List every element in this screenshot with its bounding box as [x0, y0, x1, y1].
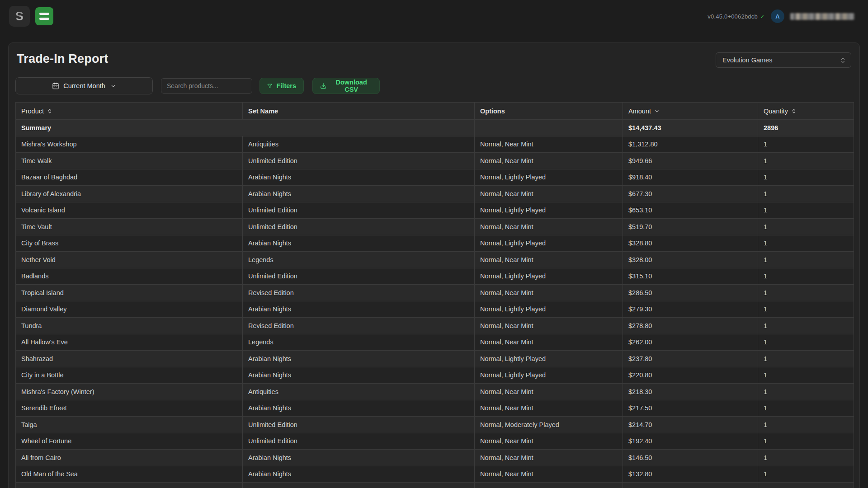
cell-quantity: 1 [758, 417, 854, 433]
topbar: S v0.45.0+0062bdcb✓ A [0, 0, 868, 33]
download-csv-button[interactable]: Download CSV [312, 78, 380, 94]
table-row[interactable]: Volcanic Island Unlimited Edition Normal… [16, 202, 854, 219]
filters-label: Filters [276, 82, 296, 89]
cell-quantity: 1 [758, 400, 854, 417]
cell-options: Normal, Moderately Played [475, 417, 623, 433]
table-row[interactable]: Taiga Unlimited Edition Normal, Moderate… [16, 417, 854, 433]
cell-product: City in a Bottle [16, 367, 243, 384]
main-panel: Trade-In Report Evolution Games Current … [8, 42, 860, 488]
avatar[interactable]: A [771, 9, 784, 23]
table-row[interactable]: Mishra's Workshop Antiquities Normal, Ne… [16, 136, 854, 153]
table-row[interactable]: Badlands Unlimited Edition Normal, Light… [16, 268, 854, 285]
app-logo-s[interactable]: S [9, 6, 30, 27]
cell-set-name: Arabian Nights [243, 186, 475, 202]
cell-set-name: Arabian Nights [243, 450, 475, 466]
cell-amount: $328.00 [623, 252, 758, 268]
check-icon: ✓ [760, 13, 765, 20]
table-row[interactable]: All Hallow's Eve Legends Normal, Near Mi… [16, 334, 854, 351]
cell-options: Normal, Near Mint [475, 153, 623, 169]
cell-quantity: 1 [758, 235, 854, 252]
chevrons-up-down-icon [840, 57, 846, 64]
filter-icon [267, 83, 272, 89]
column-label: Quantity [764, 108, 788, 115]
table-row[interactable]: Tundra Revised Edition Normal, Near Mint… [16, 318, 854, 334]
cell-set-name: Unlimited Edition [243, 433, 475, 450]
cell-amount: $653.10 [623, 202, 758, 219]
search-input[interactable] [161, 78, 252, 94]
cell-product: Old Man of the Sea [16, 466, 243, 483]
cell-product: Badlands [16, 268, 243, 285]
cell-quantity: 1 [758, 219, 854, 235]
cell-product: Taiga [16, 417, 243, 433]
table-row[interactable]: City in a Bottle Arabian Nights Normal, … [16, 367, 854, 384]
cell-quantity: 1 [758, 483, 854, 488]
table-row[interactable]: Time Vault Unlimited Edition Normal, Nea… [16, 219, 854, 235]
cell-quantity: 1 [758, 301, 854, 318]
cell-amount: $237.80 [623, 351, 758, 367]
cell-product: Ali from Cairo [16, 450, 243, 466]
date-range-button[interactable]: Current Month [15, 77, 153, 94]
column-header-amount[interactable]: Amount [623, 103, 758, 120]
app-logo-letter: S [15, 9, 24, 23]
cell-options: Foil, Near Mint [475, 483, 623, 488]
table-row[interactable]: Library of Alexandria Arabian Nights Nor… [16, 186, 854, 202]
cell-options: Normal, Near Mint [475, 400, 623, 417]
table-row[interactable]: Diamond Valley Arabian Nights Normal, Li… [16, 301, 854, 318]
column-header-product[interactable]: Product [16, 103, 243, 120]
table-row[interactable]: Bazaar of Baghdad Arabian Nights Normal,… [16, 169, 854, 186]
cell-options: Normal, Lightly Played [475, 301, 623, 318]
cell-set-name: Antiquities [243, 136, 475, 153]
cell-amount: $315.10 [623, 268, 758, 285]
summary-options [475, 120, 623, 136]
menu-logo[interactable] [35, 7, 53, 25]
cell-quantity: 1 [758, 367, 854, 384]
cell-options: Normal, Near Mint [475, 136, 623, 153]
cell-amount: $132.80 [623, 466, 758, 483]
cell-quantity: 1 [758, 252, 854, 268]
cell-product: All Hallow's Eve [16, 334, 243, 351]
user-name-redacted [790, 13, 854, 20]
cell-quantity: 1 [758, 384, 854, 400]
cell-options: Normal, Near Mint [475, 252, 623, 268]
table-row[interactable]: City of Brass Arabian Nights Normal, Lig… [16, 235, 854, 252]
table-row[interactable]: Serendib Efreet Arabian Nights Normal, N… [16, 400, 854, 417]
column-header-quantity[interactable]: Quantity [758, 103, 854, 120]
column-label: Set Name [248, 108, 278, 115]
cell-quantity: 1 [758, 202, 854, 219]
table-row[interactable]: Ali from Cairo Arabian Nights Normal, Ne… [16, 450, 854, 466]
table-row[interactable]: Old Man of the Sea Arabian Nights Normal… [16, 466, 854, 483]
table-row[interactable]: Tropical Island Revised Edition Normal, … [16, 285, 854, 301]
table-row[interactable]: Time Walk Unlimited Edition Normal, Near… [16, 153, 854, 169]
table-row[interactable]: Tom Bombadil (0745) The Lord of the Ring… [16, 483, 854, 488]
cell-amount: $218.30 [623, 384, 758, 400]
cell-product: Mishra's Factory (Winter) [16, 384, 243, 400]
table-row[interactable]: Wheel of Fortune Unlimited Edition Norma… [16, 433, 854, 450]
cell-options: Normal, Near Mint [475, 384, 623, 400]
chevron-down-icon [110, 83, 116, 89]
summary-amount: $14,437.43 [623, 120, 758, 136]
cell-options: Normal, Lightly Played [475, 235, 623, 252]
column-header-set-name: Set Name [243, 103, 475, 120]
cell-amount: $519.70 [623, 219, 758, 235]
cell-quantity: 1 [758, 285, 854, 301]
table-row[interactable]: Nether Void Legends Normal, Near Mint $3… [16, 252, 854, 268]
cell-set-name: Arabian Nights [243, 301, 475, 318]
version-text: v0.45.0+0062bdcb✓ [708, 13, 765, 20]
menu-bar-icon [39, 18, 49, 20]
cell-quantity: 1 [758, 351, 854, 367]
cell-amount: $217.50 [623, 400, 758, 417]
cell-amount: $220.80 [623, 367, 758, 384]
cell-set-name: The Lord of the Rings: Tales of Middle-e… [243, 483, 475, 488]
download-csv-label: Download CSV [330, 79, 372, 93]
summary-label: Summary [16, 120, 475, 136]
cell-quantity: 1 [758, 318, 854, 334]
store-select[interactable]: Evolution Games [716, 52, 851, 68]
cell-amount: $949.66 [623, 153, 758, 169]
cell-set-name: Legends [243, 334, 475, 351]
cell-quantity: 1 [758, 334, 854, 351]
table-row[interactable]: Mishra's Factory (Winter) Antiquities No… [16, 384, 854, 400]
filters-button[interactable]: Filters [259, 78, 304, 94]
cell-product: Time Vault [16, 219, 243, 235]
cell-quantity: 1 [758, 268, 854, 285]
table-row[interactable]: Shahrazad Arabian Nights Normal, Lightly… [16, 351, 854, 367]
